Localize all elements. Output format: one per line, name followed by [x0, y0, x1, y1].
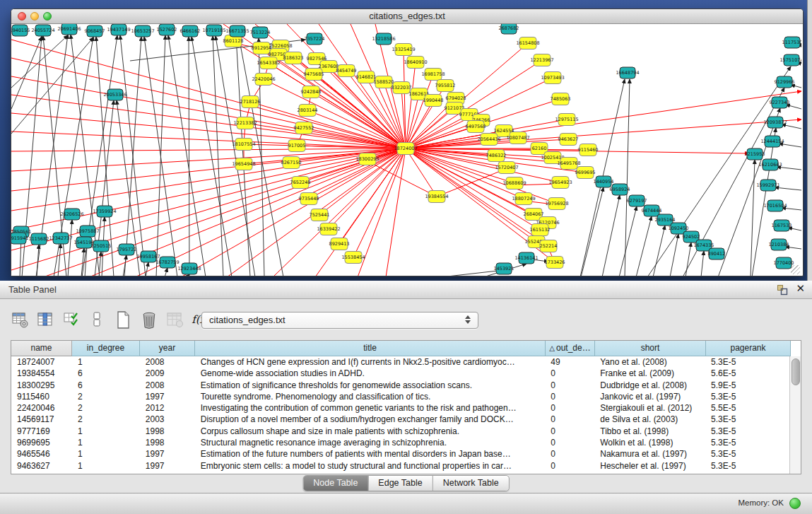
graph-edge[interactable] [670, 234, 678, 276]
graph-edge[interactable] [11, 40, 406, 148]
table-cell: 1 [72, 356, 140, 368]
column-header-title[interactable]: title [195, 341, 546, 356]
graph-edge[interactable] [11, 148, 406, 211]
graph-edge[interactable] [718, 108, 780, 276]
table-row[interactable]: 969969511998Structural magnetic resonanc… [11, 437, 790, 448]
show-columns-icon[interactable] [37, 310, 55, 330]
background-panel-edge [807, 0, 812, 281]
graph-node-label: 9463627 [558, 136, 579, 142]
column-header-pagerank[interactable]: pagerank [706, 341, 791, 356]
table-cell: 5.3E-5 [705, 460, 790, 472]
graph-node-label: 24055724 [31, 28, 54, 33]
table-cell: Wolkin et al. (1998) [594, 437, 705, 448]
graph-node-label: 1940155 [11, 28, 30, 33]
create-table-icon[interactable] [114, 310, 133, 330]
table-selector-dropdown[interactable]: citations_edges.txt [201, 312, 478, 329]
table-row[interactable]: 1456911722003Disruption of a novel membe… [11, 414, 790, 425]
select-all-columns-icon[interactable] [63, 310, 81, 330]
network-window-titlebar[interactable]: citations_edges.txt [11, 9, 803, 24]
graph-edge[interactable] [581, 187, 604, 276]
graph-node-label: 14136141 [514, 255, 538, 261]
table-row[interactable]: 1830029562008Estimation of significance … [11, 380, 790, 391]
table-cell: 5.3E-5 [705, 448, 790, 460]
graph-edge[interactable] [625, 79, 630, 276]
delete-column-icon[interactable] [166, 310, 184, 330]
table-row[interactable]: 946554611997Estimation of the future num… [11, 448, 790, 460]
graph-edge[interactable] [124, 37, 141, 276]
column-header-in_degree[interactable]: in_degree [72, 341, 140, 356]
graph-edge[interactable] [11, 148, 406, 151]
graph-node-label: 16154808 [516, 40, 539, 46]
graph-edge[interactable] [165, 268, 167, 276]
modify-table-icon[interactable] [11, 310, 30, 330]
delete-table-icon[interactable] [140, 310, 158, 330]
graph-edge[interactable] [192, 37, 232, 276]
tab-network-table[interactable]: Network Table [433, 476, 509, 491]
table-cell: 5.5E-5 [705, 402, 790, 414]
graph-edge[interactable] [406, 94, 419, 148]
graph-node-label: 15720407 [495, 165, 518, 170]
table-cell: 9777169 [11, 426, 72, 437]
graph-edge[interactable] [386, 148, 406, 276]
table-cell: 49 [545, 356, 594, 368]
graph-edge[interactable] [236, 37, 250, 276]
graph-node-label: 16495768 [557, 160, 580, 166]
memory-status-label: Memory: OK [738, 498, 784, 507]
table-row[interactable]: 946362711997Embryonic stem cells: a mode… [11, 460, 790, 472]
column-header-short[interactable]: short [595, 341, 706, 356]
memory-status-led-icon [789, 498, 801, 509]
tab-node-table[interactable]: Node Table [303, 476, 367, 491]
graph-edge[interactable] [168, 35, 206, 276]
status-bar: Memory: OK [0, 493, 812, 514]
graph-edge[interactable] [636, 216, 652, 276]
tab-edge-table[interactable]: Edge Table [367, 476, 432, 491]
graph-edge[interactable] [146, 262, 148, 276]
graph-edge[interactable] [11, 35, 68, 88]
table-cell: 1 [72, 460, 140, 472]
graph-node-label: 2718126 [240, 99, 261, 105]
graph-node-label: 16981758 [421, 71, 445, 77]
graph-edge[interactable] [602, 195, 620, 276]
table-row[interactable]: 1938455462009Genome-wide association stu… [11, 368, 790, 379]
graph-node-label: 2684067 [524, 211, 544, 217]
float-panel-icon[interactable] [777, 284, 788, 296]
scrollbar-thumb[interactable] [792, 358, 800, 385]
graph-node-label: 19756928 [545, 201, 568, 206]
table-cell: 5.3E-5 [705, 391, 790, 402]
column-header-out_de[interactable]: △out_de… [546, 341, 595, 356]
graph-edge[interactable] [686, 243, 691, 276]
graph-edge[interactable] [189, 37, 189, 276]
column-header-year[interactable]: year [140, 341, 195, 356]
graph-edge[interactable] [701, 251, 704, 276]
table-cell: 2 [72, 414, 140, 425]
table-row[interactable]: 977716911998Corpus callosum shape and si… [11, 426, 790, 437]
table-cell: 18300295 [11, 380, 72, 391]
table-row[interactable]: 1872400712008Changes of HCN gene express… [11, 356, 790, 368]
resize-grip-icon[interactable] [791, 265, 800, 274]
graph-node-label: 7513224 [250, 30, 271, 35]
graph-edge[interactable] [156, 35, 165, 276]
graph-edge[interactable] [406, 148, 437, 197]
table-cell: Embryonic stem cells: a model to study s… [195, 460, 546, 472]
table-cell: Yano et al. (2008) [594, 356, 705, 368]
table-panel-title: Table Panel [8, 281, 57, 298]
graph-edge[interactable] [619, 206, 637, 276]
unselect-all-columns-icon[interactable] [88, 310, 107, 330]
column-header-name[interactable]: name [11, 341, 72, 356]
graph-edge[interactable] [653, 226, 665, 276]
table-cell: Dudbridge et al. (2008) [594, 380, 705, 391]
citation-network-graph[interactable]: 1872400718300295860112889129542522605898… [11, 24, 801, 276]
graph-node-label: 8186323 [283, 55, 304, 61]
table-cell: 0 [545, 437, 594, 448]
table-row[interactable]: 2242004622012Investigating the contribut… [11, 402, 790, 414]
graph-edge[interactable] [751, 160, 755, 276]
table-cell: 18724007 [11, 356, 72, 368]
graph-node-label: 6958924 [610, 187, 630, 192]
close-panel-icon[interactable]: ✕ [796, 282, 805, 295]
network-canvas[interactable]: 1872400718300295860112889129542522605898… [11, 24, 801, 276]
vertical-scrollbar[interactable] [789, 356, 801, 474]
graph-edge[interactable] [11, 95, 406, 148]
table-row[interactable]: 911546021997Tourette syndrome. Phenomeno… [11, 391, 790, 402]
table-cell: Estimation of significance thresholds fo… [195, 380, 546, 391]
table-toolbar: f(x) [11, 310, 214, 332]
